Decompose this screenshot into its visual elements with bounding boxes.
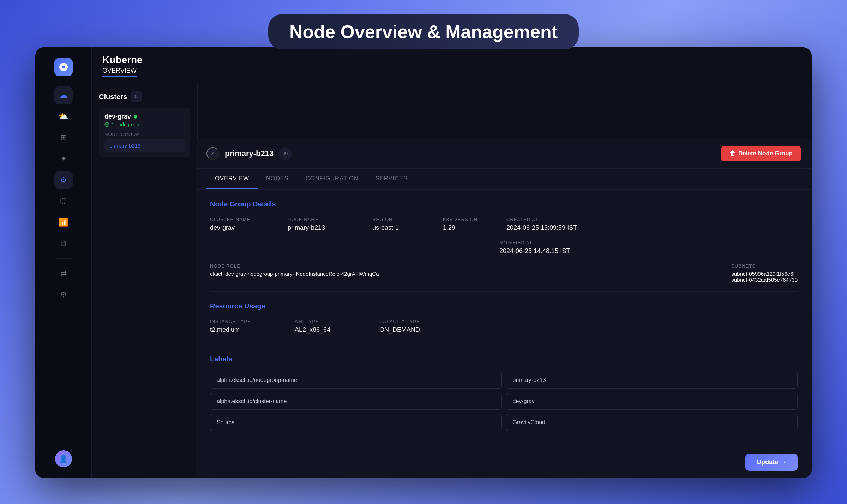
cluster-name-field: CLUSTER NAME dev-grav	[210, 217, 274, 232]
node-role-field: NODE ROLE eksctl-dev-grav-nodegroup-prim…	[210, 263, 710, 277]
sidebar-item-hub[interactable]: ✦	[54, 150, 73, 168]
cluster-item[interactable]: dev-grav 1 nodegroup NODE GROUP primary-…	[99, 108, 190, 157]
tab-nodes[interactable]: NODES	[258, 169, 297, 189]
refresh-icon: ↻	[283, 150, 288, 157]
cluster-area: Clusters ↻ dev-grav 1 nodegroup NODE GRO…	[92, 84, 812, 478]
resource-usage-grid: INSTANCE TYPE t2.medium AMI TYPE AL2_x86…	[210, 319, 798, 334]
label-key-0: alpha.eksctl.io/nodegroup-name	[210, 372, 502, 389]
page-title-banner: Node Overview & Management	[268, 14, 579, 49]
node-group-details-title: Node Group Details	[210, 200, 798, 208]
label-key-2: Source	[210, 414, 502, 431]
cluster-sidebar: Clusters ↻ dev-grav 1 nodegroup NODE GRO…	[92, 84, 198, 478]
detail-grid-row2: MODIFIED AT 2024-06-25 14:48:15 IST	[210, 240, 798, 255]
user-avatar[interactable]: 👤	[55, 450, 72, 467]
app-title: Kuberne	[102, 54, 143, 66]
section-divider-2	[210, 344, 798, 344]
label-value-0: primary-b213	[506, 372, 798, 389]
modal-tabs: OVERVIEW NODES CONFIGURATION SERVICES	[196, 169, 812, 190]
region-field: REGION us-east-1	[372, 217, 429, 232]
delete-node-group-button[interactable]: 🗑 Delete Node Group	[721, 146, 801, 161]
modified-at-field: MODIFIED AT 2024-06-25 14:48:15 IST	[499, 240, 798, 255]
sidebar-item-gear[interactable]: ⚙	[54, 171, 73, 189]
instance-type-field: INSTANCE TYPE t2.medium	[210, 319, 281, 334]
labels-grid: alpha.eksctl.io/nodegroup-name primary-b…	[210, 372, 798, 431]
sidebar-item-cloud[interactable]: ☁	[54, 86, 73, 104]
detail-grid-row3: NODE ROLE eksctl-dev-grav-nodegroup-prim…	[210, 263, 798, 283]
cluster-node-count: 1 nodegroup	[104, 122, 185, 127]
section-divider-1	[210, 291, 798, 292]
label-key-1: alpha.eksctl.io/cluster-name	[210, 393, 502, 410]
sidebar-item-transfer[interactable]: ⇄	[54, 264, 73, 283]
page-title: Node Overview & Management	[289, 22, 558, 42]
modal-refresh-button[interactable]: ↻	[279, 147, 292, 160]
sidebar-item-cloud2[interactable]: ⛅	[54, 107, 73, 126]
tab-overview[interactable]: OVERVIEW	[206, 169, 258, 189]
close-icon: ×	[211, 150, 215, 157]
modified-at-spacer	[210, 240, 485, 255]
detail-grid-row1: CLUSTER NAME dev-grav NODE NAME primary-…	[210, 217, 798, 232]
sidebar-item-monitor[interactable]: 🖥	[54, 234, 73, 253]
node-group-label: NODE GROUP	[104, 132, 185, 137]
ami-type-field: AMI TYPE AL2_x86_64	[295, 319, 365, 334]
modal-footer: Update →	[196, 446, 812, 478]
tab-configuration[interactable]: CONFIGURATION	[297, 169, 367, 189]
clusters-title: Clusters	[99, 93, 127, 101]
trash-icon: 🗑	[729, 150, 735, 157]
sidebar-item-database[interactable]: ⬡	[54, 192, 73, 210]
modal-close-button[interactable]: ×	[206, 147, 219, 160]
sidebar-item-settings[interactable]: ⚙	[54, 286, 73, 304]
subnets-field: SUBNETS subnet-05996a129f1f56e6f subnet-…	[731, 263, 798, 283]
top-nav: Kuberne OVERVIEW	[92, 47, 812, 84]
created-at-field: CREATED AT 2024-06-25 13:09:59 IST	[506, 217, 605, 232]
sidebar-item-signal[interactable]: 📶	[54, 213, 73, 232]
modal-title: primary-b213	[225, 149, 274, 158]
cluster-status-dot	[134, 115, 137, 119]
k8s-version-field: K8S VERSION 1.29	[443, 217, 492, 232]
cluster-sidebar-header: Clusters ↻	[99, 91, 190, 102]
sidebar-item-grid[interactable]: ⊞	[54, 128, 73, 147]
node-group-name: primary-b213	[109, 143, 140, 149]
app-container: ☁ ⛅ ⊞ ✦ ⚙ ⬡ 📶 🖥 ⇄ ⚙ 👤 Kuberne OVERVIEW	[35, 47, 812, 478]
node-group-item[interactable]: primary-b213	[104, 139, 185, 152]
tab-overview[interactable]: OVERVIEW	[102, 67, 137, 77]
modal-body: Node Group Details CLUSTER NAME dev-grav…	[196, 190, 812, 446]
update-button[interactable]: Update →	[745, 454, 798, 471]
sidebar-divider	[56, 258, 71, 259]
sidebar-logo[interactable]	[54, 58, 73, 76]
node-name-field: NODE NAME primary-b213	[288, 217, 358, 232]
cluster-item-header: dev-grav	[104, 113, 185, 120]
label-value-2: GravityCloud	[506, 414, 798, 431]
label-value-1: dev-grav	[506, 393, 798, 410]
cluster-name: dev-grav	[104, 113, 131, 120]
modal-panel: × primary-b213 ↻ 🗑 Delete Node Group OVE…	[196, 139, 812, 478]
main-content: Kuberne OVERVIEW Clusters ↻ dev-grav	[92, 47, 812, 478]
capacity-type-field: CAPACITY TYPE ON_DEMAND	[379, 319, 450, 334]
clusters-refresh-btn[interactable]: ↻	[131, 91, 142, 102]
tab-services[interactable]: SERVICES	[367, 169, 416, 189]
top-nav-tabs: OVERVIEW	[102, 67, 143, 77]
sidebar: ☁ ⛅ ⊞ ✦ ⚙ ⬡ 📶 🖥 ⇄ ⚙ 👤	[35, 47, 92, 478]
modal-header: × primary-b213 ↻ 🗑 Delete Node Group	[196, 139, 812, 169]
labels-title: Labels	[210, 355, 798, 363]
resource-usage-title: Resource Usage	[210, 302, 798, 310]
